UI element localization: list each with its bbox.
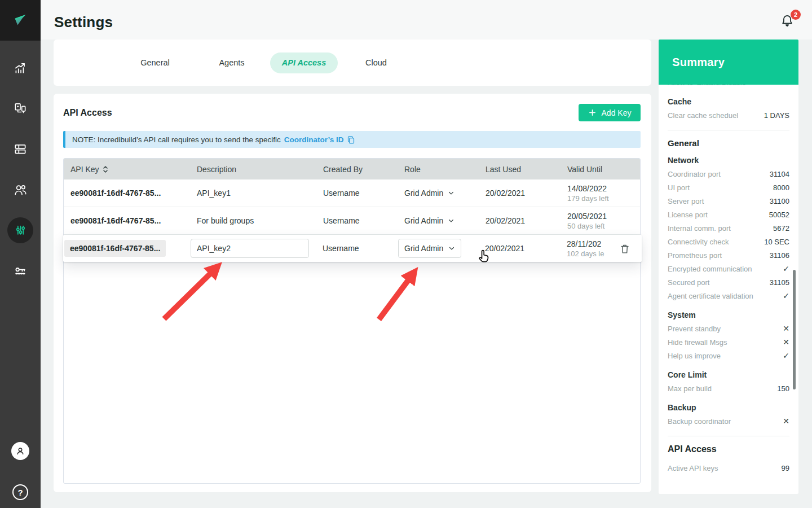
sidebar-item-settings[interactable]	[0, 217, 41, 244]
delete-key-button[interactable]	[619, 242, 632, 256]
chevron-down-icon	[448, 245, 455, 252]
summary-panel: Summary Allow to 'Enable/Disable' ✓ Cach…	[659, 40, 798, 494]
summary-row: UI port8000	[668, 181, 789, 194]
topbar: Settings 2	[41, 0, 812, 40]
api-key-value: ee90081f-16df-4767-85...	[64, 240, 166, 257]
valid-until-cell: 14/08/2022 179 days left	[567, 184, 640, 203]
settings-tabs: General Agents API Access Cloud	[54, 40, 651, 86]
description-value: For build groups	[197, 216, 323, 225]
summary-row: Secured port31105	[668, 275, 789, 289]
sidebar-item-grid[interactable]	[0, 95, 41, 122]
network-section-title: Network	[668, 156, 789, 165]
license-key-icon	[13, 264, 28, 279]
last-used-value: 20/02/2021	[485, 244, 567, 253]
role-cell: Grid Admin	[404, 239, 485, 258]
incredibuild-logo-icon	[11, 11, 30, 30]
sidebar-item-profile[interactable]	[0, 437, 41, 465]
section-title: API Access	[63, 108, 112, 118]
cross-icon: ✕	[783, 417, 789, 426]
created-by-value: Username	[323, 216, 404, 225]
clipped-scrolled-row: Allow to 'Enable/Disable' ✓	[668, 85, 789, 88]
sidebar-item-builds[interactable]	[0, 135, 41, 163]
copy-icon[interactable]	[346, 135, 356, 144]
col-header-role: Role	[404, 165, 486, 174]
main-sidebar: ?	[0, 0, 41, 508]
tab-general[interactable]: General	[117, 58, 193, 67]
summary-row: Encrypted communication✓	[668, 262, 789, 275]
builds-list-icon	[13, 142, 28, 156]
table-row: ee90081f-16df-4767-85... For build group…	[64, 207, 640, 235]
help-icon: ?	[12, 484, 28, 500]
last-used-value: 20/02/2021	[486, 189, 567, 198]
valid-until-cell: 20/05/2021 50 days left	[567, 212, 640, 230]
created-by-value: Username	[323, 189, 404, 198]
description-cell	[196, 239, 323, 258]
summary-row: Agent certificate validation✓	[668, 289, 789, 303]
cache-section-title: Cache	[668, 97, 789, 106]
tab-agents[interactable]: Agents	[193, 58, 270, 67]
chevron-down-icon	[448, 190, 454, 196]
incredibuild-logo[interactable]	[0, 0, 41, 41]
col-header-description: Description	[197, 165, 323, 174]
valid-until-date: 28/11/202	[567, 239, 606, 248]
api-key-value: ee90081f-16df-4767-85...	[70, 189, 197, 198]
role-dropdown[interactable]: Grid Admin	[404, 216, 486, 225]
summary-row: Prometheus port31106	[668, 248, 789, 262]
role-dropdown[interactable]: Grid Admin	[404, 189, 486, 198]
valid-until-date: 20/05/2021	[567, 212, 640, 221]
core-limit-section-title: Core Limit	[668, 370, 789, 379]
days-left: 102 days le	[567, 249, 612, 258]
table-header-row: API Key Description Created By Role Last…	[64, 159, 640, 179]
backup-section-title: Backup	[668, 403, 789, 412]
summary-row: Coordinator port31104	[668, 167, 789, 181]
valid-until-date: 14/08/2022	[567, 184, 640, 193]
sidebar-item-help[interactable]: ?	[0, 479, 41, 506]
tab-cloud[interactable]: Cloud	[338, 58, 414, 67]
table-row: ee90081f-16df-4767-85... API_key1 Userna…	[64, 179, 640, 207]
role-select-dropdown[interactable]: Grid Admin	[398, 239, 461, 258]
summary-row: Backup coordinator✕	[668, 414, 789, 428]
col-header-created-by: Created By	[323, 165, 404, 174]
summary-row: Max per build150	[668, 382, 789, 395]
tab-api-access[interactable]: API Access	[270, 52, 338, 73]
sidebar-item-license[interactable]	[0, 257, 41, 284]
summary-title: Summary	[672, 56, 725, 69]
summary-row: Help us improve✓	[668, 349, 789, 362]
settings-sliders-icon	[14, 224, 28, 238]
created-by-value: Username	[323, 244, 404, 253]
cross-icon: ✕	[783, 324, 789, 333]
api-keys-table: API Key Description Created By Role Last…	[63, 158, 641, 484]
description-input[interactable]	[191, 239, 309, 258]
summary-row: License port50052	[668, 208, 789, 221]
page-title: Settings	[54, 14, 113, 31]
col-header-last-used: Last Used	[486, 165, 567, 174]
summary-row: Hide firewall Msgs✕	[668, 335, 789, 349]
days-left: 50 days left	[567, 222, 640, 230]
table-row-editing: ee90081f-16df-4767-85... Username Grid A…	[63, 235, 642, 262]
summary-scrollbar[interactable]	[793, 270, 796, 389]
check-icon: ✓	[783, 264, 789, 273]
sidebar-item-users[interactable]	[0, 176, 41, 203]
active-nav-indicator	[7, 217, 33, 243]
sidebar-item-dashboard[interactable]	[0, 54, 41, 81]
notifications-button[interactable]: 2	[780, 14, 797, 30]
system-section-title: System	[668, 310, 789, 319]
summary-row: Connectivity check10 SEC	[668, 235, 789, 248]
summary-row: Server port31100	[668, 194, 789, 208]
plus-icon	[588, 108, 597, 117]
summary-row: Internal comm. port5672	[668, 221, 789, 235]
coordinator-id-link[interactable]: Coordinator’s ID	[284, 135, 344, 144]
general-section-title: General	[668, 138, 789, 148]
check-icon: ✓	[783, 351, 789, 360]
users-icon	[13, 182, 28, 198]
col-header-api-key[interactable]: API Key	[70, 165, 197, 174]
analytics-icon	[13, 60, 28, 75]
add-key-button[interactable]: Add Key	[579, 104, 641, 121]
api-access-panel: API Access Add Key NOTE: Incredibuild’s …	[54, 94, 651, 492]
divider	[668, 130, 789, 130]
trash-icon	[619, 243, 631, 255]
summary-body: Allow to 'Enable/Disable' ✓ Cache Clear …	[659, 85, 798, 494]
sort-icon[interactable]	[102, 165, 109, 174]
api-key-cell: ee90081f-16df-4767-85...	[70, 240, 196, 257]
add-key-label: Add Key	[602, 108, 632, 117]
